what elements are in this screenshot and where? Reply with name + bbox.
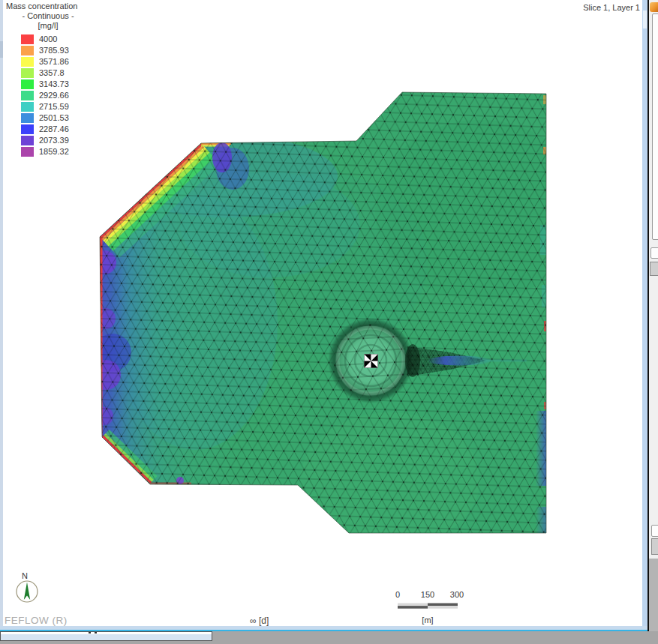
legend-value: 2287.46	[39, 124, 69, 134]
well-symbol[interactable]	[365, 355, 378, 368]
left-dock-splitter[interactable]	[0, 0, 3, 631]
legend-entry: 4000	[5, 34, 102, 45]
legend-entry: 2073.39	[5, 135, 102, 146]
panel-button-edge-2[interactable]	[651, 538, 658, 555]
north-needle	[24, 583, 30, 601]
scale-tick-1: 150	[421, 590, 434, 599]
north-arrow: N	[17, 571, 38, 602]
legend-value: 3143.73	[39, 79, 69, 89]
legend-units: [mg/l]	[5, 21, 92, 31]
legend-value: 2073.39	[39, 136, 69, 145]
view-right-border[interactable]	[642, 0, 647, 631]
legend-swatch	[21, 91, 34, 100]
legend: Mass concentration - Continuous - [mg/l]…	[5, 1, 102, 157]
legend-swatch	[21, 79, 34, 89]
background-window-tick	[95, 632, 97, 634]
north-label: N	[22, 571, 28, 580]
legend-value: 2715.59	[39, 102, 69, 112]
legend-swatch	[21, 136, 34, 145]
mesh-overlay	[98, 88, 549, 537]
legend-value: 4000	[39, 34, 57, 44]
legend-value: 3571.86	[39, 57, 69, 67]
panel-field-edge[interactable]	[650, 247, 658, 259]
legend-swatch	[21, 34, 34, 44]
legend-swatch	[21, 102, 34, 112]
background-window-tick	[89, 632, 91, 634]
legend-swatch	[21, 124, 34, 134]
legend-swatch	[21, 147, 34, 157]
legend-title: Mass concentration	[5, 1, 102, 11]
background-window-edge[interactable]	[0, 631, 212, 641]
feflow-view-window: N 0 150 300 [m] ∞ [d] FEFLOW (R) Mass co…	[0, 0, 658, 644]
scale-tick-0: 0	[395, 590, 400, 599]
legend-value: 2929.66	[39, 91, 69, 100]
fe-domain	[91, 88, 585, 547]
slice-layer-label: Slice 1, Layer 1	[583, 3, 640, 12]
legend-entry: 3143.73	[5, 79, 102, 90]
simulation-time-label: ∞ [d]	[250, 616, 269, 626]
scale-bar: 0 150 300 [m]	[395, 590, 464, 625]
scrollbar-thumb[interactable]	[643, 10, 647, 28]
legend-value: 1859.32	[39, 147, 69, 157]
legend-value: 3785.93	[39, 46, 69, 55]
legend-entry: 2501.53	[5, 112, 102, 124]
legend-entry: 3785.93	[5, 45, 102, 56]
feflow-watermark: FEFLOW (R)	[5, 615, 68, 626]
panel-groupbox-edge	[652, 13, 658, 240]
panel-button-edge[interactable]	[650, 262, 658, 276]
left-dock-splitter-shadow	[0, 41, 3, 58]
panel-field-edge-2[interactable]	[651, 525, 658, 537]
scale-tick-2: 300	[450, 590, 464, 599]
legend-value: 3357.8	[39, 68, 65, 78]
panel-tool-icon[interactable]	[650, 2, 658, 12]
legend-entry: 2929.66	[5, 90, 102, 101]
legend-entry: 2287.46	[5, 124, 102, 135]
legend-swatch	[21, 113, 34, 123]
legend-entry: 1859.32	[5, 146, 102, 157]
legend-entry: 3571.86	[5, 56, 102, 67]
legend-entry: 2715.59	[5, 101, 102, 112]
legend-swatch	[21, 68, 34, 78]
legend-subtitle: - Continuous -	[5, 11, 92, 21]
legend-entries: 40003785.933571.863357.83143.732929.6627…	[5, 34, 102, 157]
legend-entry: 3357.8	[5, 67, 102, 79]
scale-units: [m]	[422, 616, 433, 625]
legend-swatch	[21, 57, 34, 67]
legend-value: 2501.53	[39, 113, 69, 123]
legend-swatch	[21, 46, 34, 55]
